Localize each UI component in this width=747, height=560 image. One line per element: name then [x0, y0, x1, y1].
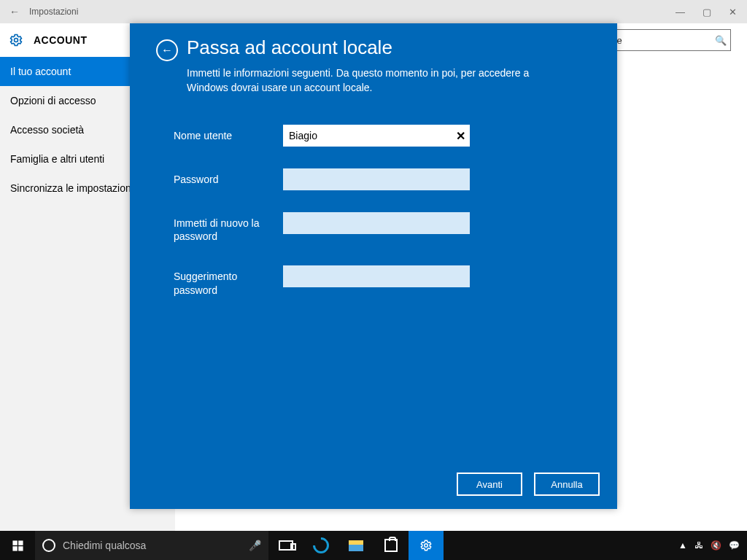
username-input[interactable]	[283, 125, 470, 147]
password-confirm-input[interactable]	[283, 212, 470, 234]
cancel-button[interactable]: Annulla	[534, 472, 600, 496]
system-tray[interactable]: ▲ 🖧 🔇 💬	[678, 540, 747, 551]
password-input[interactable]	[283, 168, 470, 190]
svg-point-0	[15, 39, 18, 42]
svg-rect-1	[12, 540, 17, 545]
start-button[interactable]	[0, 531, 35, 560]
dialog-title: Passa ad account locale	[187, 36, 392, 59]
dialog-back-button[interactable]: ←	[156, 39, 178, 61]
clear-input-icon[interactable]: ✕	[456, 128, 465, 142]
tray-network-icon[interactable]: 🖧	[694, 540, 703, 551]
gear-icon	[9, 33, 23, 47]
local-account-dialog: ← Passa ad account locale Immetti le inf…	[130, 23, 617, 509]
svg-point-5	[425, 544, 428, 548]
svg-rect-2	[18, 540, 23, 545]
next-button[interactable]: Avanti	[457, 472, 522, 496]
password-confirm-label: Immetti di nuovo la password	[174, 212, 283, 244]
cortana-placeholder: Chiedimi qualcosa	[63, 540, 241, 551]
password-hint-label: Suggerimento password	[174, 265, 283, 298]
tray-onedrive-icon[interactable]: ▲	[678, 540, 687, 551]
settings-category-title: ACCOUNT	[34, 34, 88, 46]
window-title: Impostazioni	[23, 7, 676, 17]
cortana-icon	[42, 539, 55, 552]
password-hint-input[interactable]	[283, 265, 470, 287]
settings-search-input[interactable]	[600, 29, 731, 51]
search-icon[interactable]: 🔍	[715, 35, 727, 46]
minimize-button[interactable]: —	[676, 7, 685, 18]
password-label: Password	[174, 168, 283, 187]
username-label: Nome utente	[174, 125, 283, 143]
window-titlebar: ← Impostazioni — ▢ ✕	[0, 0, 747, 23]
svg-rect-3	[12, 546, 17, 551]
taskbar-app-explorer[interactable]	[338, 531, 374, 560]
cortana-search[interactable]: Chiedimi qualcosa 🎤	[35, 531, 268, 560]
task-view-button[interactable]	[268, 531, 303, 560]
tray-volume-icon[interactable]: 🔇	[711, 540, 721, 551]
back-arrow-icon[interactable]: ←	[6, 6, 23, 18]
svg-rect-4	[18, 546, 23, 551]
microphone-icon[interactable]: 🎤	[249, 540, 261, 551]
close-button[interactable]: ✕	[729, 7, 737, 18]
maximize-button[interactable]: ▢	[703, 7, 711, 18]
taskbar-app-store[interactable]	[374, 531, 409, 560]
taskbar-app-settings[interactable]	[409, 531, 444, 560]
taskbar-app-edge[interactable]	[303, 531, 338, 560]
dialog-subtitle: Immetti le informazioni seguenti. Da que…	[187, 66, 566, 96]
tray-notifications-icon[interactable]: 💬	[729, 540, 740, 551]
taskbar: Chiedimi qualcosa 🎤 ▲ 🖧 🔇 💬	[0, 531, 747, 560]
